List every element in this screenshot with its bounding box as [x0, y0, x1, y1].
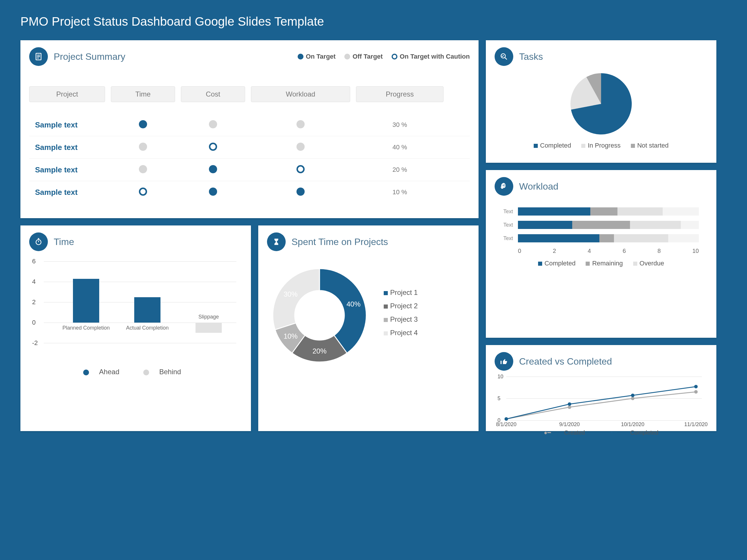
time-card: Time 6 4 2 0 -2Planned CompletionActual … [20, 225, 251, 431]
workload-title: Workload [519, 181, 559, 192]
page-title: PMO Project Status Dashboard Google Slid… [20, 15, 727, 29]
status-workload [251, 165, 350, 175]
status-workload [251, 143, 350, 152]
time-title: Time [54, 237, 74, 247]
col-project: Project [29, 86, 105, 102]
col-workload: Workload [251, 86, 350, 102]
project-name: Sample text [29, 143, 105, 152]
summary-row: Sample text 30 % [29, 114, 470, 136]
progress-value: 30 % [356, 121, 443, 129]
svg-point-21 [505, 417, 508, 421]
svg-point-22 [568, 402, 571, 406]
summary-title: Project Summary [54, 51, 125, 62]
workload-card: Workload Text Text Tex [486, 170, 716, 338]
col-cost: Cost [181, 86, 245, 102]
status-workload [251, 120, 350, 130]
stopwatch-icon [29, 233, 48, 251]
status-time [111, 120, 175, 130]
svg-point-7 [504, 184, 505, 185]
status-time [111, 165, 175, 175]
spent-title: Spent Time on Projects [291, 237, 388, 247]
status-time [111, 143, 175, 152]
summary-card: Project Summary On Target Off Target On … [20, 40, 479, 218]
created-card: Created vs Completed 10508/1/20209/1/202… [486, 345, 716, 431]
svg-line-5 [505, 58, 507, 59]
progress-value: 20 % [356, 166, 443, 174]
status-cost [181, 188, 245, 197]
tasks-title: Tasks [519, 51, 543, 62]
svg-point-8 [504, 186, 505, 186]
workload-row: Text [504, 234, 699, 242]
summary-row: Sample text 20 % [29, 159, 470, 181]
hourglass-icon [267, 233, 286, 251]
document-icon [29, 47, 48, 66]
summary-legend: On Target Off Target On Target with Caut… [298, 53, 470, 60]
workload-row: Text [504, 221, 699, 229]
svg-point-18 [568, 405, 571, 409]
col-time: Time [111, 86, 175, 102]
time-bar-chart: 6 4 2 0 -2Planned CompletionActual Compl… [29, 261, 242, 364]
svg-point-6 [503, 185, 504, 186]
workload-row: Text [504, 207, 699, 216]
col-progress: Progress [356, 86, 443, 102]
thumbs-up-icon [495, 352, 513, 371]
svg-text:20%: 20% [312, 347, 327, 355]
status-time [111, 188, 175, 197]
svg-text:30%: 30% [284, 290, 298, 298]
project-name: Sample text [29, 121, 105, 130]
tasks-card: Tasks Completed In Progress Not started [486, 40, 716, 163]
summary-row: Sample text 40 % [29, 136, 470, 159]
progress-value: 40 % [356, 143, 443, 151]
head-gear-icon [495, 177, 513, 196]
status-cost [181, 143, 245, 152]
summary-row: Sample text 10 % [29, 181, 470, 203]
svg-point-23 [631, 394, 634, 397]
created-line-chart: 10508/1/20209/1/202010/1/202011/1/2020 [506, 377, 702, 420]
project-name: Sample text [29, 188, 105, 197]
project-name: Sample text [29, 165, 105, 175]
status-cost [181, 165, 245, 175]
status-workload [251, 188, 350, 197]
search-icon [495, 47, 513, 66]
created-title: Created vs Completed [519, 356, 612, 367]
svg-text:10%: 10% [284, 332, 298, 340]
svg-point-24 [694, 385, 698, 389]
spent-card: Spent Time on Projects 40%20%10%30% Proj… [258, 225, 479, 431]
svg-point-20 [694, 390, 698, 394]
svg-point-19 [631, 397, 634, 400]
status-cost [181, 120, 245, 130]
tasks-pie-chart [569, 72, 633, 136]
progress-value: 10 % [356, 188, 443, 196]
svg-text:40%: 40% [346, 300, 360, 308]
spent-donut-chart: 40%20%10%30% [267, 263, 372, 368]
